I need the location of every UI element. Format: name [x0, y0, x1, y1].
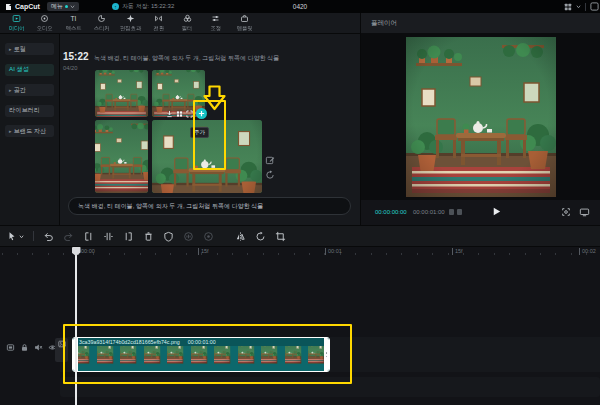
tab-sticker-label: 스티커	[94, 24, 110, 32]
layout-icon[interactable]	[564, 3, 572, 11]
mute-icon[interactable]	[34, 343, 43, 352]
cover-image-icon	[58, 340, 66, 348]
mask-icon[interactable]	[163, 231, 174, 242]
tab-sticker[interactable]: 스티커	[88, 13, 117, 33]
menu-label: 메뉴	[51, 2, 63, 11]
menu-notification-dot	[65, 5, 68, 8]
split-left-icon[interactable]	[83, 231, 94, 242]
expand-arrow-icon: ▸	[9, 46, 12, 52]
prev-frame-icon[interactable]	[449, 209, 454, 215]
delete-icon[interactable]	[143, 231, 154, 242]
tab-adjust[interactable]: 조정	[202, 13, 231, 33]
redo-icon[interactable]	[63, 231, 74, 242]
download-icon[interactable]	[166, 110, 173, 118]
titlebar-divider	[585, 3, 586, 11]
tab-template[interactable]: 템플릿	[230, 13, 259, 33]
generation-time: 15:22	[63, 51, 89, 62]
sidebar-item-brand-assets[interactable]: ▸브랜드 자산	[5, 125, 54, 137]
generated-image-1[interactable]	[95, 70, 148, 117]
timeline-toolbar	[0, 225, 600, 247]
crop-icon[interactable]	[275, 231, 286, 242]
ruler-label: 15f	[198, 248, 209, 255]
main-track-icon[interactable]	[6, 343, 15, 352]
display-ratio-icon[interactable]	[579, 207, 590, 217]
fit-screen-icon[interactable]	[561, 207, 571, 217]
sidebar-item-label: 공간	[14, 86, 26, 95]
prompt-input[interactable]: 녹색 배경, 티 테이블, 양쪽에 의자 두 개, 그림처럼 뒤쪽에 다양한 식…	[68, 197, 351, 215]
chevron-down-icon	[19, 234, 24, 239]
split-right-icon[interactable]	[123, 231, 134, 242]
mirror-icon[interactable]	[235, 231, 246, 242]
capcut-window: CapCut 메뉴 ↑ 자동 저장: 15:22:32 0420 미디어 오디오	[0, 0, 600, 405]
sidebar-item-library[interactable]: 라이브러리	[5, 105, 54, 117]
clip-filename: 3ca39a9314f174b0d2cd181665efb74c.png	[79, 339, 180, 345]
empty-track-lane[interactable]	[60, 377, 600, 397]
main-toolbar: 미디어 오디오 TI 텍스트 스티커 편집효과 전환 필터 조정	[0, 13, 360, 34]
sidebar-item-label: 브랜드 자산	[14, 127, 47, 136]
extract-audio-icon[interactable]	[183, 231, 194, 242]
tab-transition[interactable]: 전환	[145, 13, 174, 33]
expand-icon[interactable]	[186, 110, 193, 118]
select-tool[interactable]	[7, 231, 24, 242]
tab-media[interactable]: 미디어	[2, 13, 31, 33]
frames-icon[interactable]	[176, 110, 183, 118]
ruler-label: 00:00	[78, 248, 95, 255]
tab-text-label: 텍스트	[65, 24, 81, 32]
sidebar-item-local[interactable]: ▸로컬	[5, 43, 54, 55]
chevron-down-icon[interactable]	[576, 4, 581, 9]
tab-audio[interactable]: 오디오	[31, 13, 60, 33]
timeline-clip[interactable]: 3ca39a9314f174b0d2cd181665efb74c.png 00:…	[72, 337, 330, 372]
sidebar-item-label: 로컬	[14, 45, 26, 54]
generated-image-3[interactable]	[95, 120, 148, 193]
cursor-icon	[7, 231, 17, 242]
window-icon[interactable]	[590, 2, 599, 11]
lock-icon[interactable]	[20, 343, 29, 352]
rotate-icon[interactable]	[255, 231, 266, 242]
ruler-label: 15f	[452, 248, 463, 255]
adjust-icon	[210, 14, 221, 23]
clip-trim-handle-right[interactable]	[324, 338, 329, 371]
next-frame-icon[interactable]	[457, 209, 462, 215]
tab-effects[interactable]: 편집효과	[116, 13, 145, 33]
transition-icon	[153, 14, 164, 23]
menu-button[interactable]: 메뉴	[47, 2, 79, 11]
tab-adjust-label: 조정	[210, 24, 221, 32]
sidebar-item-space[interactable]: ▸공간	[5, 84, 54, 96]
tab-audio-label: 오디오	[37, 24, 53, 32]
cloud-save-icon: ↑	[112, 3, 119, 10]
edit-icon[interactable]	[265, 155, 275, 165]
freeze-frame-icon[interactable]	[203, 231, 214, 242]
expand-arrow-icon: ▸	[9, 128, 12, 134]
media-icon	[11, 14, 22, 23]
player-preview[interactable]	[361, 33, 600, 200]
player-panel: 플레이어 00:00:00:00 00:00:01:00	[360, 13, 600, 225]
tab-text[interactable]: TI 텍스트	[59, 13, 88, 33]
play-icon[interactable]	[491, 206, 502, 217]
track-controls	[6, 343, 57, 352]
plus-icon	[198, 110, 205, 117]
sidebar-item-ai-generate[interactable]: AI 생성	[5, 64, 54, 76]
tab-effects-label: 편집효과	[120, 24, 141, 32]
tab-filter[interactable]: 필터	[173, 13, 202, 33]
player-header: 플레이어	[361, 13, 600, 33]
total-timecode: 00:00:01:00	[413, 209, 445, 215]
timeline: 00:00 15f 00:01 15f 00:02 3ca39a9314f174…	[0, 247, 600, 405]
frame-step-buttons[interactable]	[449, 209, 462, 215]
template-icon	[239, 14, 250, 23]
capcut-logo-text: CapCut	[15, 3, 40, 10]
undo-icon[interactable]	[43, 231, 54, 242]
refresh-icon[interactable]	[265, 170, 275, 180]
ruler-label: 00:01	[325, 248, 342, 255]
split-icon[interactable]	[103, 231, 114, 242]
playhead[interactable]	[75, 247, 77, 405]
preview-image	[406, 37, 556, 197]
svg-text:TI: TI	[70, 15, 76, 22]
sidebar-item-label: AI 생성	[9, 65, 29, 74]
project-title: 0420	[0, 3, 600, 10]
filter-icon	[182, 14, 193, 23]
tab-media-label: 미디어	[8, 24, 24, 32]
sticker-icon	[96, 14, 107, 23]
generation-caption: 녹색 배경, 티 테이블, 양쪽에 의자 두 개, 그림처럼 뒤쪽에 다양한 식…	[94, 54, 304, 63]
cover-edit-button[interactable]	[55, 338, 68, 362]
image-hover-actions	[166, 110, 193, 118]
